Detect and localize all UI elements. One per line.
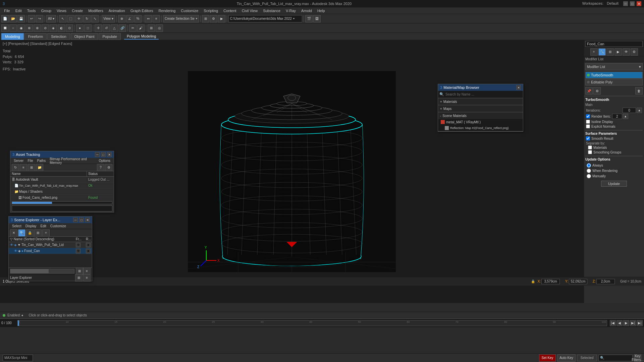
object-name-input[interactable] <box>585 41 643 47</box>
search-box[interactable]: 🔍 <box>598 355 633 361</box>
at-minimize-button[interactable]: ─ <box>95 152 100 157</box>
subtab-polygon-modeling[interactable]: Polygon Modeling <box>124 34 159 40</box>
bottom-search-input[interactable] <box>604 356 631 360</box>
panel-tab-hierarchy[interactable]: ⊞ <box>606 48 614 56</box>
save-file-button[interactable]: 💾 <box>17 15 25 22</box>
tb2-constraint-button[interactable]: ⊞ <box>148 24 155 32</box>
mat-browser-search-input[interactable] <box>445 93 522 96</box>
at-help-button[interactable]: ? <box>97 164 104 171</box>
menu-help[interactable]: Help <box>315 7 328 14</box>
create-selection-dropdown[interactable]: Create Selection Se ▾ <box>163 15 199 22</box>
panel-tab-motion[interactable]: ▶ <box>614 48 622 56</box>
le-tincan-r-btn[interactable]: ◈ <box>86 243 91 247</box>
quick-render-button[interactable]: 🎬 <box>305 15 313 22</box>
auto-key-button[interactable]: Auto Key <box>557 354 576 362</box>
at-menu-server[interactable]: Server <box>12 159 25 163</box>
tb2-sphere-button[interactable]: ● <box>76 24 84 32</box>
le-lock-button[interactable]: 🔒 <box>26 229 34 237</box>
material-browser-window[interactable]: 3 Material/Map Browser ✕ 🔍 + Materials + <box>438 84 523 132</box>
render-setup-button[interactable]: ⚙ <box>210 15 217 22</box>
tb2-btn2[interactable]: ○ <box>9 24 17 32</box>
go-end-button[interactable]: ▶| <box>637 320 643 326</box>
selection-filter-dropdown[interactable]: All ▾ <box>46 15 56 22</box>
tb2-btn5[interactable]: ⊕ <box>34 24 41 32</box>
tb2-btn3[interactable]: ◉ <box>17 24 25 32</box>
tab-populate[interactable]: Populate <box>99 33 120 40</box>
at-menu-paths[interactable]: Paths <box>35 159 48 163</box>
menu-content[interactable]: Content <box>221 7 239 14</box>
path-field[interactable]: C:\Users\lukya\Documents\3ds Max 2022 ▾ <box>228 15 302 22</box>
le-footer-btn2[interactable]: ≡ <box>83 267 91 275</box>
mb-close-button-container[interactable]: ✕ <box>516 85 521 90</box>
render-button[interactable]: ▶ <box>218 15 225 22</box>
le-new-layer-button[interactable]: + <box>42 229 50 237</box>
menu-tools[interactable]: Tools <box>24 7 39 14</box>
tb2-btn6[interactable]: ⊘ <box>42 24 49 32</box>
mb-materials-header[interactable]: + Materials <box>438 98 523 105</box>
menu-graph-editors[interactable]: Graph Editors <box>128 7 156 14</box>
le-window-controls[interactable]: ─ □ ✕ <box>73 218 90 222</box>
panel-tab-display[interactable]: 👁 <box>623 48 630 56</box>
le-bottom-btn2[interactable]: ≡ <box>83 274 91 282</box>
le-row-foodcan[interactable]: 👁 ◈ ● Food_Can ⚙ ◈ <box>9 248 92 254</box>
le-foodcan-fr-btn[interactable]: ⚙ <box>76 249 80 253</box>
panel-tab-create[interactable]: + <box>590 48 598 56</box>
modifier-list-dropdown[interactable]: Modifier List ▾ <box>585 63 643 70</box>
tab-freeform[interactable]: Freeform <box>24 33 47 40</box>
tab-object-paint[interactable]: Object Paint <box>71 33 98 40</box>
menu-customize[interactable]: Customize <box>178 7 201 14</box>
mirror-button[interactable]: ⇔ <box>145 15 152 22</box>
tb2-move2-button[interactable]: ✛ <box>95 24 102 32</box>
tb2-weight-button[interactable]: ◎ <box>156 24 163 32</box>
iterations-input[interactable] <box>623 108 636 113</box>
tab-modeling[interactable]: Modeling <box>1 33 24 40</box>
tab-selection[interactable]: Selection <box>47 33 70 40</box>
menu-group[interactable]: Group <box>38 7 54 14</box>
mb-metal-mat-item[interactable]: metal_MAT ( VRayMtl ) <box>438 119 523 125</box>
viewport[interactable]: [+] [Perspective] [Standard] [Edged Face… <box>0 40 584 303</box>
percent-snap-button[interactable]: % <box>134 15 142 22</box>
set-key-button[interactable]: Set Key <box>539 354 556 362</box>
le-close-icon-btn[interactable]: ✕ <box>10 229 17 237</box>
tb2-rotate2-button[interactable]: ↺ <box>103 24 110 32</box>
tb2-btn1[interactable]: 🔲 <box>1 24 9 32</box>
x-coord-input[interactable] <box>541 279 560 284</box>
prev-frame-button[interactable]: ◀ <box>616 320 623 326</box>
at-close-button[interactable]: ✕ <box>107 152 112 157</box>
at-menu-file[interactable]: File <box>25 159 35 163</box>
at-folder-button[interactable]: 📁 <box>36 164 43 171</box>
menu-file[interactable]: File <box>1 7 13 14</box>
smoothing-groups-checkbox[interactable] <box>588 150 592 154</box>
redo-button[interactable]: ↪ <box>36 15 43 22</box>
at-menu-bitmap[interactable]: Bitmap Performance and Memory <box>48 157 97 165</box>
mb-close-button[interactable]: ✕ <box>516 85 521 90</box>
le-row-tincan[interactable]: 👁 ◈ ▼ Tin_Can_With_Pull_Tab_Lid ⚙ ◈ <box>9 242 92 248</box>
at-menu-options[interactable]: Options <box>97 159 112 163</box>
mod-item-turbosmooth[interactable]: TurboSmooth <box>585 72 643 78</box>
render-frame-button[interactable]: 🖼 <box>313 15 321 22</box>
at-row-maxfile[interactable]: 📄 Tin_Can_With_Pull_Tab_Lid_max_vray.max… <box>10 183 114 189</box>
asset-tracking-window[interactable]: 3 Asset Tracking ─ □ ✕ Server File Paths… <box>10 151 114 213</box>
at-row-png[interactable]: 🖼 Food_Cans_reflect.png Found <box>10 195 114 201</box>
at-window-controls[interactable]: ─ □ ✕ <box>95 152 112 157</box>
le-foodcan-r-btn[interactable]: ◈ <box>86 249 91 253</box>
menu-edit[interactable]: Edit <box>13 7 24 14</box>
at-refresh-button[interactable]: ↻ <box>12 164 19 171</box>
le-menu-customize[interactable]: Customize <box>48 224 68 228</box>
le-bottom-btn1[interactable]: ⊞ <box>75 274 83 282</box>
close-button[interactable]: ✕ <box>637 1 641 6</box>
menu-views[interactable]: Views <box>54 7 69 14</box>
menu-substance[interactable]: Substance <box>260 7 283 14</box>
select-button[interactable]: ↖ <box>59 15 66 22</box>
render-iters-checkbox[interactable] <box>586 114 590 118</box>
isoline-checkbox[interactable] <box>586 120 590 124</box>
menu-scripting[interactable]: Scripting <box>201 7 221 14</box>
snap-toggle-button[interactable]: ⊕ <box>118 15 125 22</box>
tb2-brush-button[interactable]: 🖌 <box>137 24 145 32</box>
at-grid-button[interactable]: ⊞ <box>28 164 35 171</box>
timeline-track[interactable]: 5 10 15 20 25 30 40 50 60 70 80 90 100 <box>17 320 607 326</box>
le-tincan-fr-btn[interactable]: ⚙ <box>76 243 80 247</box>
mb-scene-materials-header[interactable]: - Scene Materials <box>438 112 523 119</box>
at-path-input[interactable] <box>12 205 112 212</box>
mb-reflection-map-item[interactable]: Reflection: Map #2(Food_Cans_reflect.png… <box>438 125 523 131</box>
